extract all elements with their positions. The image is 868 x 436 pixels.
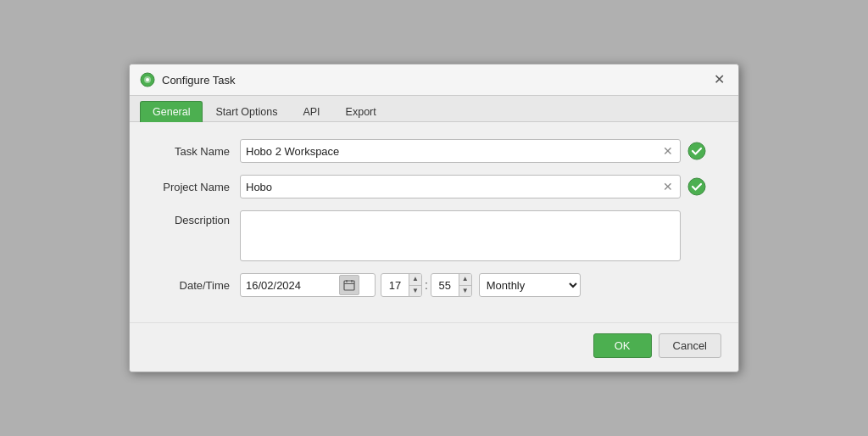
dialog-titlebar: Configure Task ✕ <box>130 64 738 96</box>
calendar-button[interactable] <box>339 275 359 295</box>
project-name-valid-icon <box>687 177 706 196</box>
task-name-clear-button[interactable]: ✕ <box>659 145 676 157</box>
description-row: Description <box>147 210 721 261</box>
task-name-row: Task Name ✕ <box>147 139 721 163</box>
hour-down-button[interactable]: ▼ <box>409 286 421 298</box>
task-name-input-wrap: ✕ <box>240 139 681 163</box>
svg-point-3 <box>688 143 705 159</box>
task-name-input[interactable] <box>246 145 659 158</box>
project-name-row: Project Name ✕ <box>147 175 721 198</box>
hour-spinner: ▲ ▼ <box>381 273 422 297</box>
date-input[interactable] <box>246 279 339 292</box>
tab-start-options[interactable]: Start Options <box>203 101 290 122</box>
minute-spinner: ▲ ▼ <box>431 273 472 297</box>
description-input[interactable] <box>240 210 681 261</box>
svg-point-2 <box>146 78 149 81</box>
minute-down-button[interactable]: ▼ <box>459 286 471 298</box>
description-label: Description <box>147 210 240 226</box>
app-icon <box>140 72 155 87</box>
minute-arrows: ▲ ▼ <box>459 273 471 297</box>
title-left: Configure Task <box>140 72 235 87</box>
dialog-footer: OK Cancel <box>130 322 738 372</box>
close-button[interactable]: ✕ <box>710 71 728 88</box>
minute-up-button[interactable]: ▲ <box>459 273 471 285</box>
cancel-button[interactable]: Cancel <box>659 333 721 358</box>
hour-up-button[interactable]: ▲ <box>409 273 421 285</box>
time-part: ▲ ▼ : ▲ ▼ Monthly Daily <box>381 273 581 297</box>
tab-export[interactable]: Export <box>333 101 389 122</box>
configure-task-dialog: Configure Task ✕ General Start Options A… <box>129 64 739 372</box>
time-colon: : <box>422 278 431 292</box>
calendar-icon <box>343 279 355 291</box>
tab-bar: General Start Options API Export <box>130 96 738 122</box>
hour-arrows: ▲ ▼ <box>409 273 421 297</box>
tab-general[interactable]: General <box>140 101 203 122</box>
datetime-label: Date/Time <box>147 279 240 292</box>
project-name-clear-button[interactable]: ✕ <box>659 181 676 193</box>
minute-input[interactable] <box>431 279 459 292</box>
frequency-select[interactable]: Monthly Daily Weekly Yearly <box>479 273 581 297</box>
project-name-label: Project Name <box>147 181 240 193</box>
task-name-label: Task Name <box>147 145 240 158</box>
hour-input[interactable] <box>381 279 409 292</box>
dialog-title: Configure Task <box>162 74 235 87</box>
task-name-valid-icon <box>687 142 706 160</box>
svg-point-4 <box>688 178 705 195</box>
svg-rect-5 <box>344 281 354 290</box>
date-input-wrap <box>240 273 376 297</box>
ok-button[interactable]: OK <box>593 333 652 358</box>
datetime-row: Date/Time ▲ <box>147 273 721 297</box>
project-name-input[interactable] <box>246 181 659 193</box>
dialog-body: Task Name ✕ Project Name ✕ Des <box>130 122 738 322</box>
tab-api[interactable]: API <box>290 101 332 122</box>
project-name-input-wrap: ✕ <box>240 175 681 198</box>
